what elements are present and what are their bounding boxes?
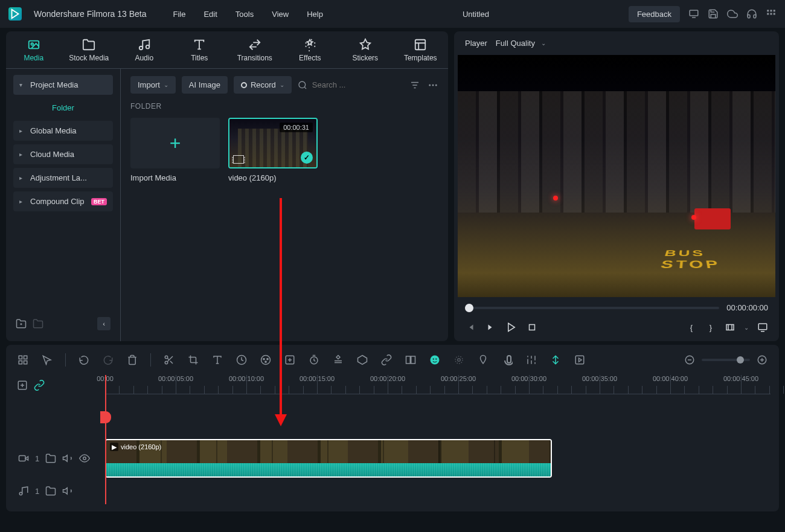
detach-icon[interactable] (405, 354, 417, 366)
link-icon[interactable] (380, 354, 392, 366)
menu-view[interactable]: View (272, 10, 289, 19)
marker-icon[interactable] (477, 354, 489, 366)
sidebar-compound-clip[interactable]: ▸Compound Clip BET (13, 191, 113, 211)
speed-icon[interactable] (236, 354, 248, 366)
display-icon[interactable] (688, 8, 699, 19)
prev-frame-icon[interactable] (465, 322, 476, 333)
sidebar-cloud-media[interactable]: ▸Cloud Media (13, 144, 113, 164)
cloud-icon[interactable] (727, 8, 738, 19)
sidebar-global-media[interactable]: ▸Global Media (13, 121, 113, 141)
aspect-icon[interactable] (725, 322, 735, 333)
import-media-cell[interactable]: + Import Media (130, 118, 220, 182)
menu-file[interactable]: File (173, 10, 186, 19)
svg-point-26 (261, 356, 271, 365)
scrub-handle[interactable] (465, 304, 473, 312)
tab-media[interactable]: Media (6, 31, 62, 68)
preview-viewport[interactable] (458, 55, 775, 297)
tab-effects[interactable]: Effects (283, 31, 338, 68)
document-title: Untitled (335, 10, 617, 19)
mic-icon[interactable] (501, 354, 513, 366)
audio-mute-icon[interactable] (62, 486, 73, 496)
keyframe-icon[interactable] (332, 354, 344, 366)
clip-play-icon: ▶ (110, 443, 118, 451)
sidebar-folder-label[interactable]: Folder (13, 98, 113, 117)
layout-icon[interactable] (17, 354, 29, 366)
search-box[interactable] (298, 80, 403, 90)
next-frame-icon[interactable] (485, 322, 496, 333)
zoom-out-icon[interactable] (684, 354, 696, 366)
tab-stickers[interactable]: Stickers (338, 31, 393, 68)
zoom-in-icon[interactable] (756, 354, 768, 366)
redo-icon[interactable] (102, 354, 114, 366)
media-clip[interactable]: 00:00:31 ✓ video (2160p) (228, 118, 318, 182)
audio-mix-icon[interactable] (525, 354, 537, 366)
search-input[interactable] (311, 80, 371, 90)
stop-icon[interactable] (527, 322, 537, 333)
screenshot-icon[interactable] (284, 354, 296, 366)
filter-icon[interactable] (409, 80, 420, 91)
folder-icon[interactable] (33, 318, 43, 329)
svg-point-14 (432, 84, 434, 86)
render-icon[interactable] (574, 354, 586, 366)
save-icon[interactable] (708, 8, 719, 19)
undo-icon[interactable] (78, 354, 90, 366)
svg-rect-32 (406, 356, 411, 364)
link-track-icon[interactable] (34, 380, 45, 391)
color-icon[interactable] (260, 354, 272, 366)
svg-rect-2 (771, 10, 772, 11)
effects-tl-icon[interactable] (453, 354, 465, 366)
add-track-icon[interactable] (17, 380, 28, 391)
new-folder-icon[interactable] (16, 318, 27, 329)
tab-transitions[interactable]: Transitions (227, 31, 283, 68)
crop-icon[interactable] (187, 354, 199, 366)
video-track-lane[interactable]: ▶ video (2160p) (105, 438, 771, 479)
svg-rect-0 (690, 10, 698, 16)
collapse-sidebar-button[interactable]: ‹ (97, 317, 111, 330)
text-icon[interactable] (211, 354, 223, 366)
lock-icon[interactable] (45, 453, 56, 464)
support-icon[interactable] (746, 8, 757, 19)
audio-lock-icon[interactable] (45, 486, 56, 496)
preview-panel: Player Full Quality ⌄ 00:00:00:00 (454, 31, 779, 341)
tab-audio[interactable]: Audio (117, 31, 172, 68)
menu-edit[interactable]: Edit (203, 10, 217, 19)
playhead[interactable] (105, 375, 106, 504)
svg-rect-17 (726, 325, 734, 330)
import-button[interactable]: Import⌄ (130, 76, 176, 94)
magnetic-icon[interactable] (550, 354, 562, 366)
duration-icon[interactable] (308, 354, 320, 366)
record-button[interactable]: Record⌄ (234, 76, 292, 94)
mask-icon[interactable] (356, 354, 368, 366)
eye-icon[interactable] (79, 453, 90, 464)
ai-image-button[interactable]: AI Image (182, 76, 228, 94)
split-icon[interactable] (163, 354, 175, 366)
play-icon[interactable] (506, 322, 517, 333)
tab-templates[interactable]: Templates (393, 31, 449, 68)
svg-point-8 (31, 43, 33, 45)
sidebar-project-media[interactable]: ▾Project Media (13, 75, 113, 95)
menu-tools[interactable]: Tools (236, 10, 254, 19)
menu-help[interactable]: Help (307, 10, 323, 19)
more-icon[interactable] (428, 80, 438, 91)
delete-icon[interactable] (126, 354, 138, 366)
ai-icon[interactable] (429, 354, 441, 366)
zoom-slider[interactable] (702, 359, 750, 361)
sidebar-adjustment-layer[interactable]: ▸Adjustment La... (13, 168, 113, 188)
tab-titles[interactable]: Titles (172, 31, 228, 68)
check-icon: ✓ (301, 152, 313, 164)
scrub-track[interactable] (465, 307, 719, 309)
feedback-button[interactable]: Feedback (629, 6, 680, 22)
fullscreen-icon[interactable] (757, 322, 768, 333)
mark-in-icon[interactable]: { (686, 322, 697, 333)
svg-rect-40 (575, 356, 584, 364)
app-logo (8, 7, 22, 21)
mute-icon[interactable] (62, 453, 73, 464)
apps-icon[interactable] (766, 8, 777, 19)
cursor-icon[interactable] (41, 354, 53, 366)
timeline-ruler[interactable]: 00:0000:00:05:0000:00:10:0000:00:15:0000… (105, 375, 771, 394)
timeline-clip[interactable]: ▶ video (2160p) (105, 439, 552, 478)
video-track-head: 1 (14, 438, 105, 479)
tab-stock-media[interactable]: Stock Media (62, 31, 117, 68)
quality-select[interactable]: Full Quality ⌄ (496, 39, 546, 48)
mark-out-icon[interactable]: } (705, 322, 716, 333)
